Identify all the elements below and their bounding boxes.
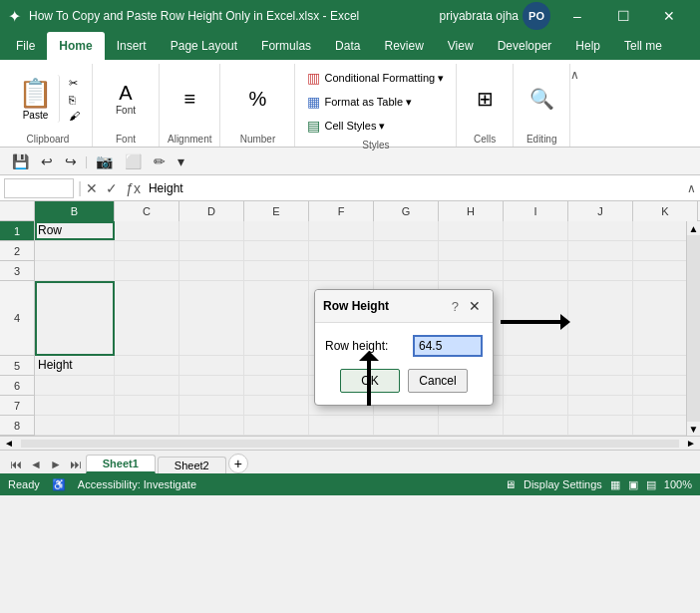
paste-button[interactable]: 📋 Paste: [12, 75, 60, 123]
shapes-button[interactable]: ⬜: [121, 152, 146, 171]
cell-e1[interactable]: [244, 221, 309, 240]
cell-styles-button[interactable]: ▤ Cell Styles ▾: [303, 116, 389, 136]
maximize-button[interactable]: ☐: [600, 0, 646, 32]
cell-e2[interactable]: [244, 241, 309, 260]
sheet-nav-prev[interactable]: ◄: [28, 456, 44, 473]
cell-j3[interactable]: [568, 261, 633, 280]
row-header-6[interactable]: 6: [0, 376, 34, 396]
cell-f3[interactable]: [309, 261, 374, 280]
cell-b3[interactable]: [35, 261, 115, 280]
vertical-scrollbar[interactable]: ▲ ▼: [686, 221, 700, 436]
sheet-nav-next[interactable]: ►: [48, 456, 64, 473]
cell-f8[interactable]: [309, 416, 374, 435]
col-header-e[interactable]: E: [244, 201, 309, 221]
undo-button[interactable]: ↩: [37, 152, 57, 171]
cell-c3[interactable]: [115, 261, 179, 280]
cell-e4[interactable]: [244, 281, 309, 355]
cell-g2[interactable]: [374, 241, 439, 260]
scroll-track-horizontal[interactable]: [21, 440, 679, 448]
cell-i8[interactable]: [504, 416, 568, 435]
format-as-table-button[interactable]: ▦ Format as Table ▾: [303, 92, 416, 112]
cell-b7[interactable]: [35, 396, 115, 415]
cell-b5[interactable]: Height: [35, 356, 115, 375]
tab-help[interactable]: Help: [563, 32, 612, 60]
tab-view[interactable]: View: [436, 32, 486, 60]
display-settings-label[interactable]: Display Settings: [524, 478, 602, 490]
row-header-3[interactable]: 3: [0, 261, 34, 281]
col-header-h[interactable]: H: [439, 201, 504, 221]
row-header-2[interactable]: 2: [0, 241, 34, 261]
row-header-4[interactable]: 4: [0, 281, 34, 356]
tab-page-layout[interactable]: Page Layout: [159, 32, 249, 60]
cell-k4[interactable]: [633, 281, 686, 355]
minimize-button[interactable]: –: [554, 0, 600, 32]
col-header-b[interactable]: B: [35, 201, 115, 221]
col-header-f[interactable]: F: [309, 201, 374, 221]
cell-k8[interactable]: [633, 416, 686, 435]
cell-j7[interactable]: [568, 396, 633, 415]
cell-i2[interactable]: [504, 241, 568, 260]
copy-button[interactable]: ⎘: [66, 93, 84, 107]
dialog-help-button[interactable]: ?: [452, 299, 459, 314]
cell-b2[interactable]: [35, 241, 115, 260]
save-button[interactable]: 💾: [8, 152, 33, 171]
cell-b4[interactable]: [35, 281, 115, 356]
cell-c1[interactable]: [115, 221, 179, 240]
cell-k1[interactable]: [633, 221, 686, 240]
format-painter-button[interactable]: 🖌: [66, 109, 84, 123]
col-header-c[interactable]: C: [115, 201, 179, 221]
tab-file[interactable]: File: [4, 32, 47, 60]
cell-d5[interactable]: [179, 356, 244, 375]
ok-button[interactable]: OK: [340, 369, 400, 393]
cell-k2[interactable]: [633, 241, 686, 260]
horizontal-scrollbar[interactable]: ◄ ►: [0, 436, 700, 450]
cell-f2[interactable]: [309, 241, 374, 260]
view-normal-icon[interactable]: ▦: [610, 478, 620, 491]
add-sheet-button[interactable]: +: [228, 454, 248, 473]
cell-j2[interactable]: [568, 241, 633, 260]
cell-j5[interactable]: [568, 356, 633, 375]
cell-f1[interactable]: [309, 221, 374, 240]
conditional-formatting-button[interactable]: ▥ Conditional Formatting ▾: [303, 68, 448, 88]
cell-reference-box[interactable]: [4, 178, 74, 198]
cell-j6[interactable]: [568, 376, 633, 395]
cell-k6[interactable]: [633, 376, 686, 395]
col-header-k[interactable]: K: [633, 201, 698, 221]
ribbon-expand[interactable]: ∧: [570, 64, 579, 147]
tab-data[interactable]: Data: [323, 32, 372, 60]
scroll-left-button[interactable]: ◄: [0, 438, 18, 449]
cell-k5[interactable]: [633, 356, 686, 375]
confirm-formula-icon[interactable]: ✓: [106, 180, 118, 196]
scroll-down-button[interactable]: ▼: [687, 422, 700, 436]
tab-home[interactable]: Home: [47, 32, 104, 60]
font-button[interactable]: A Font: [101, 68, 151, 130]
cell-j1[interactable]: [568, 221, 633, 240]
sheet-tab-sheet1[interactable]: Sheet1: [86, 455, 156, 473]
cell-e5[interactable]: [244, 356, 309, 375]
tab-developer[interactable]: Developer: [486, 32, 564, 60]
cell-d3[interactable]: [179, 261, 244, 280]
cell-d1[interactable]: [179, 221, 244, 240]
cell-b6[interactable]: [35, 376, 115, 395]
alignment-button[interactable]: ≡: [170, 68, 209, 130]
accessibility-label[interactable]: Accessibility: Investigate: [78, 478, 196, 490]
cell-c6[interactable]: [115, 376, 179, 395]
editing-button[interactable]: 🔍: [522, 68, 561, 130]
row-header-1[interactable]: 1: [0, 221, 34, 241]
cell-c2[interactable]: [115, 241, 179, 260]
avatar[interactable]: PO: [523, 2, 550, 30]
cell-c8[interactable]: [115, 416, 179, 435]
row-header-7[interactable]: 7: [0, 396, 34, 416]
cell-j4[interactable]: [568, 281, 633, 355]
cell-c5[interactable]: [115, 356, 179, 375]
sheet-nav-first[interactable]: ⏮: [8, 456, 24, 473]
insert-function-icon[interactable]: ƒx: [126, 180, 141, 196]
view-pagebreak-icon[interactable]: ▤: [646, 478, 656, 491]
sheet-tab-sheet2[interactable]: Sheet2: [158, 457, 226, 473]
cell-i5[interactable]: [504, 356, 568, 375]
col-header-j[interactable]: J: [568, 201, 633, 221]
cancel-formula-icon[interactable]: ✕: [86, 180, 98, 196]
col-header-i[interactable]: I: [504, 201, 568, 221]
screenshot-button[interactable]: 📷: [92, 152, 117, 171]
cell-i6[interactable]: [504, 376, 568, 395]
